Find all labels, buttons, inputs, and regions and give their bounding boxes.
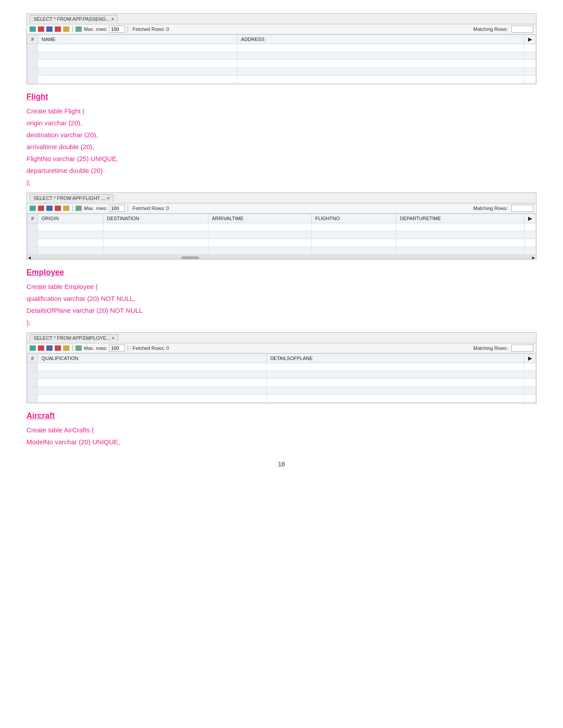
- col-flightno: FLIGHTNO: [311, 214, 396, 223]
- flight-grid: SELECT * FROM APP.FLIGHT ... × Max. rows…: [26, 192, 537, 260]
- sep2: [128, 205, 128, 211]
- flight-code-5: departuretime double (20): [26, 165, 537, 176]
- flight-code-1: origin varchar (20),: [26, 118, 537, 128]
- page-number: 18: [26, 461, 537, 468]
- clear-icon[interactable]: [63, 26, 69, 32]
- col-action[interactable]: ▶: [525, 214, 536, 223]
- max-rows-input[interactable]: [109, 205, 125, 212]
- flight-toolbar: Max. rows: Fetched Rows: 0 Matching Rows…: [27, 203, 536, 214]
- aircraft-code-1: ModelNo varchar (20) UNIQUE,: [26, 437, 537, 447]
- passenger-header-row: # NAME ADDRESS ▶: [27, 35, 536, 44]
- sep1: [72, 26, 73, 32]
- sep1: [72, 205, 73, 211]
- fetched-rows: Fetched Rows: 0: [132, 345, 169, 351]
- col-arrivaltime: ARRIVALTIME: [208, 214, 311, 223]
- clear-icon[interactable]: [63, 206, 69, 211]
- matching-label: Matching Rows:: [473, 206, 508, 211]
- flight-code-4: FlightNo varchar (25) UNIQUE,: [26, 154, 537, 164]
- flight-link[interactable]: Flight: [26, 92, 537, 101]
- table-row: [27, 379, 536, 387]
- table-row: [27, 363, 536, 371]
- hscroll-left-arrow[interactable]: ◀: [28, 255, 31, 260]
- flight-tab-label: SELECT * FROM APP.FLIGHT ... ×: [34, 195, 110, 201]
- employee-code-1: qualification varchar (20) NOT NULL,: [26, 293, 537, 304]
- flight-tab[interactable]: SELECT * FROM APP.FLIGHT ... ×: [30, 194, 113, 202]
- rollback-icon[interactable]: [55, 26, 61, 32]
- table-row: [27, 231, 536, 239]
- matching-label: Matching Rows:: [473, 345, 508, 351]
- flight-code-6: );: [26, 177, 537, 188]
- employee-code-2: DetailsOfPlane varchar (20) NOT NULL: [26, 305, 537, 316]
- hscroll-track: [31, 256, 532, 259]
- employee-data-table: # QUALIFICATION DETAILSOFPLANE ▶: [27, 353, 536, 403]
- refresh-icon[interactable]: [76, 345, 82, 351]
- matching-input[interactable]: [511, 26, 533, 33]
- commit-icon[interactable]: [46, 26, 53, 32]
- employee-code-0: Create table Employee (: [26, 281, 537, 292]
- passenger-data-table: # NAME ADDRESS ▶: [27, 34, 536, 84]
- table-row: [27, 239, 536, 247]
- clear-icon[interactable]: [63, 345, 69, 351]
- matching-input[interactable]: [511, 205, 533, 212]
- hscroll-right-arrow[interactable]: ▶: [532, 255, 535, 260]
- max-rows-label: Max. rows:: [84, 26, 107, 32]
- rollback-icon[interactable]: [55, 206, 61, 211]
- sep1: [72, 345, 73, 351]
- aircraft-link[interactable]: Aircraft: [26, 411, 537, 420]
- employee-grid: SELECT * FROM APP.EMPLOYE... × Max. rows…: [26, 332, 537, 403]
- matching-input[interactable]: [511, 345, 533, 352]
- table-row: [27, 44, 536, 52]
- run-icon[interactable]: [30, 206, 36, 211]
- table-row: [27, 247, 536, 255]
- table-row: [27, 371, 536, 379]
- passenger-tab-label: SELECT * FROM APP.PASSENG... ×: [34, 16, 114, 22]
- max-rows-input[interactable]: [109, 345, 125, 352]
- employee-header-row: # QUALIFICATION DETAILSOFPLANE ▶: [27, 354, 536, 363]
- flight-tab-bar: SELECT * FROM APP.FLIGHT ... ×: [27, 193, 536, 203]
- flight-code-2: destination varchar (20),: [26, 130, 537, 140]
- hscroll-thumb[interactable]: [181, 256, 199, 259]
- col-address: ADDRESS: [237, 35, 524, 44]
- matching-label: Matching Rows:: [473, 26, 508, 32]
- col-rownum: #: [27, 35, 38, 44]
- max-rows-input[interactable]: [109, 26, 125, 33]
- table-row: [27, 387, 536, 395]
- flight-code-3: arrivaltime double (20),: [26, 142, 537, 152]
- flight-section: Flight Create table Flight ( origin varc…: [26, 92, 537, 188]
- employee-tab-label: SELECT * FROM APP.EMPLOYE... ×: [34, 335, 114, 341]
- aircraft-section: Aircraft Create table AirCrafts ( ModelN…: [26, 411, 537, 447]
- col-action[interactable]: ▶: [525, 35, 536, 44]
- col-rownum: #: [27, 214, 38, 223]
- stop-icon[interactable]: [38, 345, 44, 351]
- col-name: NAME: [38, 35, 238, 44]
- refresh-icon[interactable]: [76, 206, 82, 211]
- rollback-icon[interactable]: [55, 345, 61, 351]
- commit-icon[interactable]: [46, 345, 53, 351]
- table-row: [27, 52, 536, 60]
- flight-hscrollbar[interactable]: ◀ ▶: [27, 255, 536, 259]
- run-icon[interactable]: [30, 26, 36, 32]
- stop-icon[interactable]: [38, 26, 44, 32]
- employee-link[interactable]: Employee: [26, 268, 537, 277]
- col-rownum: #: [27, 354, 38, 363]
- employee-code-3: );: [26, 317, 537, 328]
- run-icon[interactable]: [30, 345, 36, 351]
- col-origin: ORIGIN: [38, 214, 103, 223]
- commit-icon[interactable]: [46, 206, 53, 211]
- aircraft-code-0: Create table AirCrafts (: [26, 425, 537, 435]
- employee-section: Employee Create table Employee ( qualifi…: [26, 268, 537, 328]
- refresh-icon[interactable]: [76, 26, 82, 32]
- col-detailsofplane: DETAILSOFPLANE: [266, 354, 524, 363]
- employee-tab[interactable]: SELECT * FROM APP.EMPLOYE... ×: [30, 334, 118, 341]
- table-row: [27, 60, 536, 68]
- passenger-tab[interactable]: SELECT * FROM APP.PASSENG... ×: [30, 15, 118, 23]
- employee-toolbar: Max. rows: Fetched Rows: 0 Matching Rows…: [27, 343, 536, 353]
- max-rows-label: Max. rows:: [84, 206, 107, 211]
- stop-icon[interactable]: [38, 206, 44, 211]
- fetched-rows: Fetched Rows: 0: [132, 26, 169, 32]
- col-departuretime: DEPARTURETIME: [396, 214, 525, 223]
- col-action[interactable]: ▶: [525, 354, 536, 363]
- flight-code-0: Create table Flight (: [26, 106, 537, 116]
- fetched-rows: Fetched Rows: 0: [132, 206, 169, 211]
- table-row: [27, 76, 536, 84]
